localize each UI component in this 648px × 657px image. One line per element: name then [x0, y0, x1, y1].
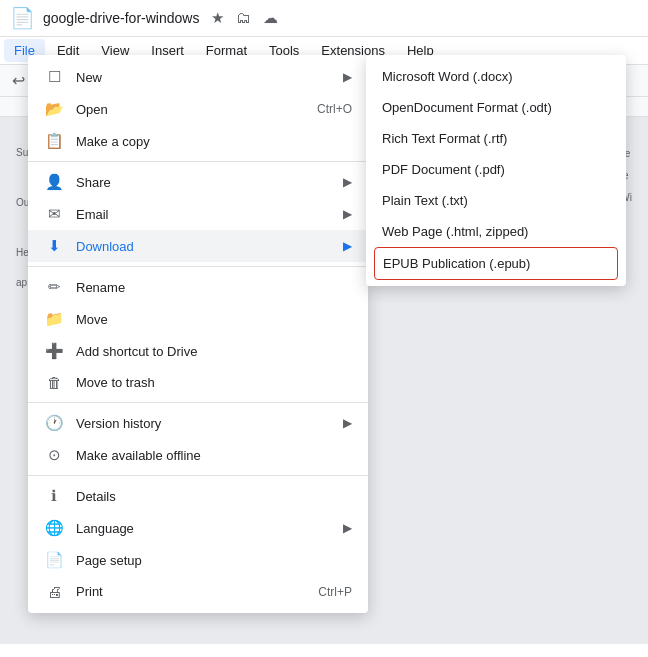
add-shortcut-icon: ➕	[44, 342, 64, 360]
email-icon: ✉	[44, 205, 64, 223]
email-label: Email	[76, 207, 343, 222]
trash-icon: 🗑	[44, 374, 64, 391]
download-html[interactable]: Web Page (.html, zipped)	[366, 216, 626, 247]
download-label: Download	[76, 239, 343, 254]
html-label: Web Page (.html, zipped)	[382, 224, 528, 239]
trash-label: Move to trash	[76, 375, 352, 390]
download-icon: ⬇	[44, 237, 64, 255]
language-arrow-icon: ▶	[343, 521, 352, 535]
title-icons: ★ 🗂 ☁	[211, 9, 278, 27]
page-setup-icon: 📄	[44, 551, 64, 569]
menu-item-print[interactable]: 🖨 Print Ctrl+P	[28, 576, 368, 607]
menu-item-version-history[interactable]: 🕐 Version history ▶	[28, 407, 368, 439]
epub-label: EPUB Publication (.epub)	[383, 256, 530, 271]
rename-icon: ✏	[44, 278, 64, 296]
download-rtf[interactable]: Rich Text Format (.rtf)	[366, 123, 626, 154]
download-epub[interactable]: EPUB Publication (.epub)	[374, 247, 618, 280]
print-label: Print	[76, 584, 318, 599]
offline-label: Make available offline	[76, 448, 352, 463]
menu-item-add-shortcut[interactable]: ➕ Add shortcut to Drive	[28, 335, 368, 367]
menu-item-share[interactable]: 👤 Share ▶	[28, 166, 368, 198]
share-icon: 👤	[44, 173, 64, 191]
menu-item-email[interactable]: ✉ Email ▶	[28, 198, 368, 230]
menu-item-language[interactable]: 🌐 Language ▶	[28, 512, 368, 544]
print-icon: 🖨	[44, 583, 64, 600]
move-icon: 📁	[44, 310, 64, 328]
doc-icon: 📄	[10, 6, 35, 30]
menu-item-page-setup[interactable]: 📄 Page setup	[28, 544, 368, 576]
language-icon: 🌐	[44, 519, 64, 537]
page-setup-label: Page setup	[76, 553, 352, 568]
menu-item-offline[interactable]: ⊙ Make available offline	[28, 439, 368, 471]
menu-item-rename[interactable]: ✏ Rename	[28, 271, 368, 303]
open-icon: 📂	[44, 100, 64, 118]
email-arrow-icon: ▶	[343, 207, 352, 221]
copy-icon: 📋	[44, 132, 64, 150]
menu-item-open[interactable]: 📂 Open Ctrl+O	[28, 93, 368, 125]
share-label: Share	[76, 175, 343, 190]
odt-label: OpenDocument Format (.odt)	[382, 100, 552, 115]
menu-item-new[interactable]: ☐ New ▶	[28, 61, 368, 93]
menu-item-trash[interactable]: 🗑 Move to trash	[28, 367, 368, 398]
details-label: Details	[76, 489, 352, 504]
version-history-label: Version history	[76, 416, 343, 431]
download-docx[interactable]: Microsoft Word (.docx)	[366, 61, 626, 92]
menu-item-move[interactable]: 📁 Move	[28, 303, 368, 335]
star-icon[interactable]: ★	[211, 9, 224, 27]
rtf-label: Rich Text Format (.rtf)	[382, 131, 507, 146]
undo-icon[interactable]: ↩	[8, 69, 29, 92]
pdf-label: PDF Document (.pdf)	[382, 162, 505, 177]
folder-icon[interactable]: 🗂	[236, 9, 251, 27]
divider-3	[28, 402, 368, 403]
new-label: New	[76, 70, 343, 85]
version-arrow-icon: ▶	[343, 416, 352, 430]
download-arrow-icon: ▶	[343, 239, 352, 253]
txt-label: Plain Text (.txt)	[382, 193, 468, 208]
open-label: Open	[76, 102, 317, 117]
open-shortcut: Ctrl+O	[317, 102, 352, 116]
share-arrow-icon: ▶	[343, 175, 352, 189]
rename-label: Rename	[76, 280, 352, 295]
menu-item-download[interactable]: ⬇ Download ▶	[28, 230, 368, 262]
download-odt[interactable]: OpenDocument Format (.odt)	[366, 92, 626, 123]
file-dropdown-menu: ☐ New ▶ 📂 Open Ctrl+O 📋 Make a copy 👤 Sh…	[28, 55, 368, 613]
divider-4	[28, 475, 368, 476]
print-shortcut: Ctrl+P	[318, 585, 352, 599]
docx-label: Microsoft Word (.docx)	[382, 69, 513, 84]
menu-item-details[interactable]: ℹ Details	[28, 480, 368, 512]
download-pdf[interactable]: PDF Document (.pdf)	[366, 154, 626, 185]
divider-2	[28, 266, 368, 267]
download-submenu: Microsoft Word (.docx) OpenDocument Form…	[366, 55, 626, 286]
new-icon: ☐	[44, 68, 64, 86]
new-arrow-icon: ▶	[343, 70, 352, 84]
offline-icon: ⊙	[44, 446, 64, 464]
menu-item-make-copy[interactable]: 📋 Make a copy	[28, 125, 368, 157]
download-txt[interactable]: Plain Text (.txt)	[366, 185, 626, 216]
cloud-icon[interactable]: ☁	[263, 9, 278, 27]
add-shortcut-label: Add shortcut to Drive	[76, 344, 352, 359]
title-text: google-drive-for-windows	[43, 10, 199, 26]
history-icon: 🕐	[44, 414, 64, 432]
title-bar: 📄 google-drive-for-windows ★ 🗂 ☁	[0, 0, 648, 37]
make-copy-label: Make a copy	[76, 134, 352, 149]
language-label: Language	[76, 521, 343, 536]
move-label: Move	[76, 312, 352, 327]
details-icon: ℹ	[44, 487, 64, 505]
divider-1	[28, 161, 368, 162]
